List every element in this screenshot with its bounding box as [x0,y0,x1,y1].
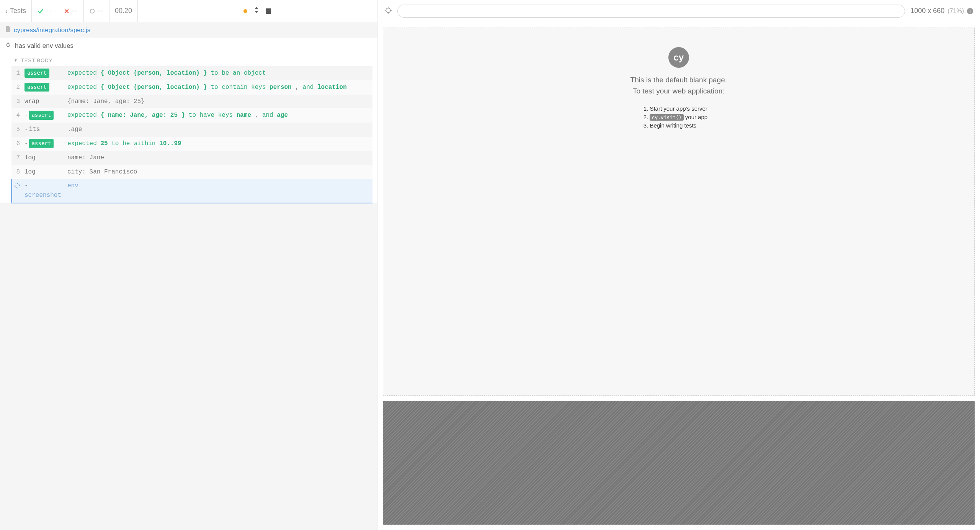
command-name: wrap [22,95,65,109]
svg-marker-5 [8,43,10,44]
blank-page-message: This is the default blank page. To test … [630,75,727,97]
up-down-arrows-icon [254,7,259,13]
command-row[interactable]: 4-assertexpected { name: Jane, age: 25 }… [11,108,372,123]
stop-button[interactable] [266,8,271,14]
next-command-button[interactable] [254,7,259,15]
url-input[interactable] [397,5,905,18]
command-number: 1 [11,66,22,80]
status-dot-icon [243,9,247,13]
blank-step-1: Start your app's server [650,105,707,112]
tests-passed-stat: -- [32,0,58,22]
assert-badge: assert [24,83,49,92]
caret-down-icon: ▼ [14,58,18,62]
visit-code: cy.visit() [650,114,683,121]
file-icon [5,26,11,34]
aut-iframe-placeholder: cy This is the default blank page. To te… [383,28,975,396]
command-row[interactable]: 1assertexpected { Object (person, locati… [11,66,372,80]
command-number: 3 [11,95,22,109]
command-row[interactable]: 8logcity: San Francisco [11,165,372,179]
aut-header: 1000 x 660 (71%) i [377,0,980,22]
command-row[interactable]: 5-its.age [11,123,372,137]
info-icon: i [967,8,973,14]
command-table: 1assertexpected { Object (person, locati… [11,66,372,203]
command-log: ▼ TEST BODY 1assertexpected { Object (pe… [0,54,377,203]
command-number: 6 [11,137,22,151]
timer-display: 00.20 [109,0,138,22]
assert-badge: assert [29,111,54,120]
command-message: env [65,179,372,203]
command-name: log [22,165,65,179]
x-icon [64,8,70,14]
selector-playground-button[interactable] [384,7,392,15]
back-to-tests-button[interactable]: ‹ Tests [0,0,32,22]
tests-failed-stat: -- [58,0,84,22]
blank-step-3: Begin writing tests [650,122,707,129]
command-name: assert [22,66,65,80]
command-message: .age [65,123,372,137]
check-icon [37,8,44,15]
svg-point-6 [386,8,390,13]
command-message: name: Jane [65,151,372,165]
aut-overflow-hatch [383,401,975,525]
command-row[interactable]: 2assertexpected { Object (person, locati… [11,80,372,95]
command-number: 8 [11,165,22,179]
running-icon [5,42,11,50]
runner-controls [138,0,377,22]
command-message: expected { Object (person, location) } t… [65,80,372,95]
command-message: expected { name: Jane, age: 25 } to have… [65,108,372,123]
viewport-scale: (71%) [947,8,964,15]
command-row[interactable]: 6-assertexpected 25 to be within 10..99 [11,137,372,151]
viewport-size: 1000 x 660 [910,7,944,15]
reporter-panel: ‹ Tests -- -- -- 00.20 cypres [0,0,377,530]
aut-stage: cy This is the default blank page. To te… [377,22,980,530]
assert-badge: assert [29,139,54,148]
command-message: expected { Object (person, location) } t… [65,66,372,80]
viewport-info[interactable]: 1000 x 660 (71%) i [910,7,973,15]
command-number: 2 [11,80,22,95]
test-title: has valid env values [15,42,74,50]
back-label: Tests [10,7,26,15]
test-title-row[interactable]: has valid env values [0,38,377,54]
aut-panel: 1000 x 660 (71%) i cy This is the defaul… [377,0,980,530]
command-message: {name: Jane, age: 25} [65,95,372,109]
pending-icon [89,8,95,14]
spinner-icon [15,183,20,188]
command-number: 4 [11,108,22,123]
command-message: expected 25 to be within 10..99 [65,137,372,151]
command-name: -assert [22,108,65,123]
command-message: city: San Francisco [65,165,372,179]
command-row-pending[interactable]: - screenshotenv [11,179,372,203]
command-row[interactable]: 3wrap{name: Jane, age: 25} [11,95,372,109]
test-body-label: TEST BODY [21,57,52,63]
spec-path: cypress/integration/spec.js [14,26,90,34]
command-name: log [22,151,65,165]
assert-badge: assert [24,69,49,78]
svg-marker-3 [255,7,258,9]
command-spinner [11,179,22,203]
svg-marker-4 [255,11,258,13]
spec-file-row[interactable]: cypress/integration/spec.js [0,22,377,38]
command-number: 5 [11,123,22,137]
tests-pending-stat: -- [84,0,109,22]
command-name: assert [22,80,65,95]
blank-step-2: cy.visit() your app [650,114,707,120]
chevron-left-icon: ‹ [5,8,8,15]
command-name: - screenshot [22,179,65,203]
command-number: 7 [11,151,22,165]
crosshair-icon [384,7,392,14]
blank-page-steps: Start your app's server cy.visit() your … [650,103,707,131]
command-log-footer-bar [11,203,372,204]
test-body-header[interactable]: ▼ TEST BODY [11,54,377,66]
command-name: -its [22,123,65,137]
cypress-logo-icon: cy [668,47,689,68]
svg-point-2 [90,9,95,13]
runner-header: ‹ Tests -- -- -- 00.20 [0,0,377,22]
command-row[interactable]: 7logname: Jane [11,151,372,165]
command-name: -assert [22,137,65,151]
